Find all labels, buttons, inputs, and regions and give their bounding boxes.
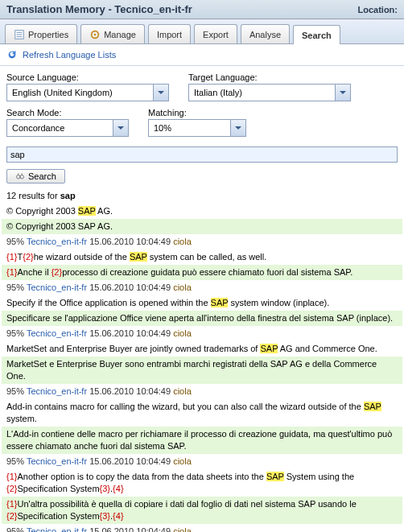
search-button[interactable]: Search [6, 169, 65, 184]
result-target: L'Add-in contiene delle macro per richia… [2, 427, 402, 454]
target-language-value: Italian (Italy) [189, 88, 335, 97]
search-input[interactable]: sap [6, 146, 398, 163]
tm-link[interactable]: Tecnico_en-it-fr [27, 526, 87, 532]
result-meta: 95% Tecnico_en-it-fr 15.06.2010 10:04:49… [2, 384, 402, 399]
refresh-language-lists[interactable]: Refresh Language Lists [23, 50, 116, 60]
source-language-value: English (United Kingdom) [7, 88, 153, 97]
result-source: MarketSet and Enterprise Buyer are joint… [2, 341, 402, 357]
source-language-select[interactable]: English (United Kingdom) [6, 84, 169, 101]
result-meta: 95% Tecnico_en-it-fr 15.06.2010 10:04:49… [2, 454, 402, 469]
chevron-down-icon [230, 120, 245, 136]
tab-import[interactable]: Import [148, 24, 191, 43]
location-label: Location: [358, 5, 398, 14]
search-form: Source Language: English (United Kingdom… [0, 66, 404, 145]
tab-strip: Properties Manage Import Export Analyse … [0, 19, 404, 44]
matching-value: 10% [149, 123, 230, 133]
chevron-down-icon [335, 85, 350, 101]
result-source: Specify if the Office application is ope… [2, 295, 402, 311]
tab-manage[interactable]: Manage [80, 24, 145, 43]
tm-link[interactable]: Tecnico_en-it-fr [27, 328, 87, 338]
window-title: Translation Memory - Tecnico_en-it-fr [6, 3, 192, 15]
source-language-label: Source Language: [6, 72, 169, 82]
tab-properties[interactable]: Properties [5, 24, 77, 43]
sub-toolbar: Refresh Language Lists [0, 44, 404, 66]
binoculars-icon [15, 171, 25, 181]
tab-export[interactable]: Export [194, 24, 237, 43]
result-target: © Copyright 2003 SAP AG. [2, 219, 402, 234]
result-meta: 95% Tecnico_en-it-fr 15.06.2010 10:04:49… [2, 234, 402, 250]
refresh-icon [6, 49, 18, 60]
search-mode-label: Search Mode: [6, 108, 129, 118]
search-mode-select[interactable]: Concordance [6, 119, 129, 137]
result-meta: 95% Tecnico_en-it-fr 15.06.2010 10:04:49… [2, 524, 402, 532]
result-meta: 95% Tecnico_en-it-fr 15.06.2010 10:04:49… [2, 326, 402, 341]
result-source: Add-in contains macro for calling the wi… [2, 399, 402, 427]
tm-link[interactable]: Tecnico_en-it-fr [27, 456, 87, 466]
matching-select[interactable]: 10% [148, 119, 246, 137]
result-target: Specificare se l'applicazione Office vie… [2, 311, 402, 326]
target-language-select[interactable]: Italian (Italy) [188, 84, 351, 101]
results-count: 12 results for sap [2, 188, 402, 204]
window-header: Translation Memory - Tecnico_en-it-fr Lo… [0, 0, 404, 19]
result-meta: 95% Tecnico_en-it-fr 15.06.2010 10:04:49… [2, 280, 402, 295]
result-target: MarketSet e Enterprise Buyer sono entram… [2, 357, 402, 384]
result-target: {1}Un'altra possibilità è quella di copi… [2, 497, 402, 524]
result-source: © Copyright 2003 SAP AG. [2, 204, 402, 219]
svg-point-5 [94, 33, 97, 35]
svg-point-6 [17, 175, 21, 179]
tab-search[interactable]: Search [293, 25, 340, 44]
results-panel: 12 results for sap © Copyright 2003 SAP … [0, 188, 404, 532]
chevron-down-icon [153, 85, 168, 101]
target-language-label: Target Language: [188, 72, 351, 82]
tab-analyse[interactable]: Analyse [241, 24, 290, 43]
tm-link[interactable]: Tecnico_en-it-fr [27, 386, 87, 396]
tm-link[interactable]: Tecnico_en-it-fr [27, 282, 87, 292]
chevron-down-icon [113, 120, 128, 136]
matching-label: Matching: [148, 108, 246, 118]
result-source: {1}T{2}he wizard outside of the SAP syst… [2, 250, 402, 265]
result-source: {1}Another option is to copy the data fr… [2, 469, 402, 497]
result-target: {1}Anche il {2}processo di creazione gui… [2, 265, 402, 280]
search-mode-value: Concordance [7, 123, 113, 133]
tm-link[interactable]: Tecnico_en-it-fr [27, 237, 87, 246]
svg-point-7 [20, 175, 24, 179]
